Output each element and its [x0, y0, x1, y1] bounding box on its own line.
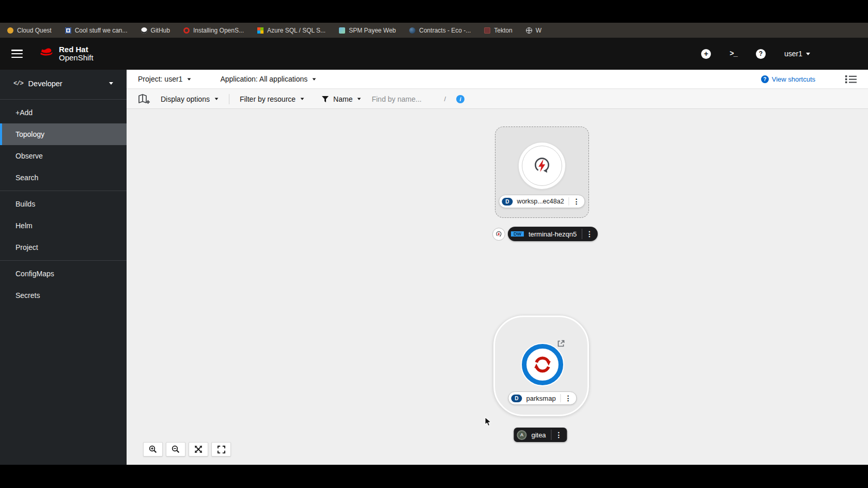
application-selector[interactable]: Application: All applications [220, 75, 316, 83]
project-selector-label: Project: user1 [138, 75, 182, 83]
devworkspace-icon [531, 155, 553, 177]
terminal-node[interactable] [492, 228, 505, 241]
topology-canvas[interactable]: D worksp...ec48a2 ⋮ DW terminal-hezqn5 [127, 109, 868, 465]
sidebar-item-secrets[interactable]: Secrets [0, 285, 127, 306]
parksmap-node[interactable] [522, 344, 563, 385]
find-by-name-input[interactable] [371, 95, 433, 103]
github-icon [141, 27, 147, 34]
bookmark-favicon [339, 27, 345, 34]
kebab-menu-icon[interactable]: ⋮ [569, 197, 584, 206]
terminal-node-label[interactable]: DW terminal-hezqn5 ⋮ [508, 227, 598, 241]
kebab-menu-icon[interactable]: ⋮ [552, 431, 566, 439]
bookmark-label: Cool stuff we can... [75, 27, 128, 34]
application-selector-label: Application: All applications [220, 75, 307, 83]
bookmark-label: Cloud Quest [17, 27, 52, 34]
fullscreen-button[interactable] [211, 442, 231, 456]
chevron-down-icon [313, 78, 316, 80]
chevron-down-icon [109, 82, 113, 85]
bookmark-favicon [409, 27, 415, 34]
deployment-badge: D [502, 198, 513, 206]
nav-toggle-icon[interactable] [11, 50, 23, 58]
display-options-label: Display options [161, 95, 210, 103]
rolling-update-icon [531, 353, 554, 376]
brand-line2: OpenShift [59, 54, 94, 62]
bookmark-w[interactable]: W [526, 27, 541, 34]
bookmark-github[interactable]: GitHub [141, 27, 170, 34]
bookmark-label: W [536, 27, 541, 34]
name-filter-dropdown[interactable]: Name [322, 95, 361, 103]
view-shortcuts-label: View shortcuts [772, 75, 815, 83]
name-filter-label: Name [333, 95, 352, 103]
devworkspace-badge: DW [511, 231, 524, 237]
bookmark-cloud-quest[interactable]: Cloud Quest [7, 27, 52, 34]
deployment-badge: D [511, 395, 522, 402]
microsoft-icon [257, 27, 264, 34]
redhat-fedora-icon [37, 47, 54, 61]
sidebar-item-topology[interactable]: Topology [0, 123, 127, 145]
chevron-down-icon [301, 98, 304, 100]
sidebar-item-builds[interactable]: Builds [0, 193, 127, 215]
kebab-menu-icon[interactable]: ⋮ [582, 230, 597, 238]
web-terminal-icon[interactable]: >_ [730, 50, 737, 58]
workspace-node[interactable] [519, 143, 565, 189]
info-icon[interactable]: i [456, 95, 464, 103]
bookmark-installing-openshift[interactable]: Installing OpenS... [183, 27, 244, 34]
list-view-toggle-icon[interactable] [845, 75, 857, 84]
canvas-controls [143, 442, 231, 456]
display-options-dropdown[interactable]: Display options [161, 95, 219, 103]
sidebar-item-observe[interactable]: Observe [0, 145, 127, 167]
divider [229, 94, 229, 104]
project-selector[interactable]: Project: user1 [138, 75, 191, 83]
kebab-menu-icon[interactable]: ⋮ [561, 394, 576, 402]
browser-bookmarks-bar: Cloud Quest Cool stuff we can... GitHub … [0, 23, 868, 38]
perspective-switcher[interactable]: </> Developer [0, 70, 127, 97]
sidebar-item-add[interactable]: +Add [0, 102, 127, 123]
workspace-node-label[interactable]: D worksp...ec48a2 ⋮ [499, 195, 585, 208]
letterbox-top [0, 0, 868, 23]
parksmap-node-label[interactable]: D parksmap ⋮ [508, 391, 577, 405]
workspace-name: worksp...ec48a2 [517, 198, 564, 205]
help-icon[interactable]: ? [756, 49, 766, 59]
chevron-down-icon [188, 78, 191, 80]
import-plus-icon[interactable]: + [701, 49, 711, 59]
bookmark-favicon [484, 27, 490, 34]
divider [0, 191, 127, 191]
gitea-name: gitea [531, 431, 546, 439]
parksmap-name: parksmap [526, 395, 556, 402]
export-topology-icon[interactable] [138, 93, 150, 104]
mouse-cursor [485, 417, 493, 429]
terminal-name: terminal-hezqn5 [529, 230, 577, 238]
chevron-down-icon [215, 98, 219, 100]
zoom-in-button[interactable] [143, 442, 163, 456]
sidebar-item-search[interactable]: Search [0, 167, 127, 188]
bookmark-label: Contracts - Eco -... [419, 27, 471, 34]
sidebar-item-helm[interactable]: Helm [0, 215, 127, 237]
bookmark-label: SPM Payee Web [349, 27, 396, 34]
chevron-down-icon [358, 98, 361, 100]
divider [0, 99, 127, 100]
perspective-label: Developer [28, 80, 63, 88]
brand-line1: Red Hat [59, 45, 94, 54]
gitea-application-label[interactable]: A gitea ⋮ [514, 428, 567, 442]
sidebar-item-configmaps[interactable]: ConfigMaps [0, 263, 127, 285]
sidebar-item-project[interactable]: Project [0, 237, 127, 258]
bookmark-tekton[interactable]: Tekton [484, 27, 512, 34]
bookmark-cool-stuff[interactable]: Cool stuff we can... [65, 27, 128, 34]
bookmark-azure-sql[interactable]: Azure SQL / SQL S... [257, 27, 326, 34]
filter-by-resource-dropdown[interactable]: Filter by resource [240, 95, 304, 103]
bookmark-favicon [183, 27, 190, 34]
context-bar: Project: user1 Application: All applicat… [127, 70, 868, 89]
user-menu[interactable]: user1 [784, 50, 810, 58]
application-badge: A [517, 430, 526, 440]
bookmark-label: Azure SQL / SQL S... [267, 27, 326, 34]
open-url-icon[interactable] [557, 339, 565, 350]
bookmark-spm-payee[interactable]: SPM Payee Web [339, 27, 396, 34]
view-shortcuts-link[interactable]: ? View shortcuts [761, 75, 815, 83]
bookmark-contracts[interactable]: Contracts - Eco -... [409, 27, 471, 34]
fit-to-screen-button[interactable] [189, 442, 208, 456]
brand-logo[interactable]: Red Hat OpenShift [37, 45, 94, 62]
zoom-out-button[interactable] [166, 442, 185, 456]
bookmark-label: Installing OpenS... [193, 27, 244, 34]
letterbox-bottom [0, 465, 868, 488]
filter-by-resource-label: Filter by resource [240, 95, 296, 103]
